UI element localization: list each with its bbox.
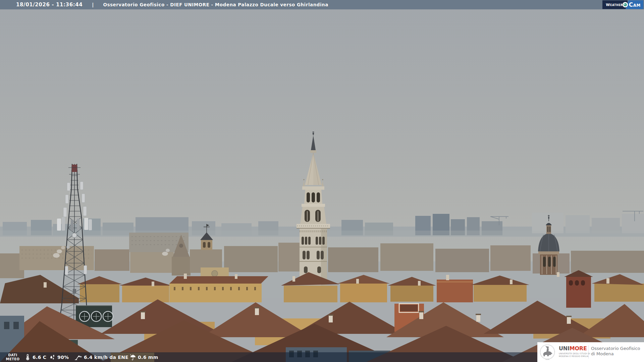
water-drops-icon [49,354,56,361]
unimore-wordmark: UNIMORE [559,345,587,352]
webcam-frame: 18/01/2026 - 11:36:44 | Osservatorio Geo… [0,0,644,362]
title-bar: 18/01/2026 - 11:36:44 | Osservatorio Geo… [0,0,644,9]
unimore-university-caption: UNIVERSITÀ DEGLI STUDI DI MODENA E REGGI… [559,352,590,357]
timestamp: 18/01/2026 - 11:36:44 [16,2,83,8]
thermometer-icon [24,354,31,361]
rain-reading: 0.6 mm [129,352,158,362]
humidity-reading: 90% [49,352,69,362]
weathercam-logo-cam: Cam [626,0,643,9]
unimore-divider [588,345,589,359]
observatory-name: Osservatorio Geofisico di Modena [591,346,640,356]
weather-data-label: DATI METEO [3,353,23,361]
weathercam-logo: Weather Cam [602,0,643,9]
modena-cityscape-photo [0,0,644,362]
unimore-branding: 1175 UNIMORE UNIVERSITÀ DEGLI STUDI DI M… [537,342,644,362]
webcam-title: Osservatorio Geofisico - DIEF UNIMORE - … [103,2,328,7]
wind-reading: 6.4 km/h da ENE [74,352,128,362]
umbrella-rain-icon [129,354,136,361]
svg-text:1175: 1175 [545,359,549,360]
temperature-reading: 6.6 C [24,352,46,362]
unimore-seal-icon: 1175 [539,344,556,361]
title-separator: | [92,2,94,7]
windsock-icon [74,354,82,361]
